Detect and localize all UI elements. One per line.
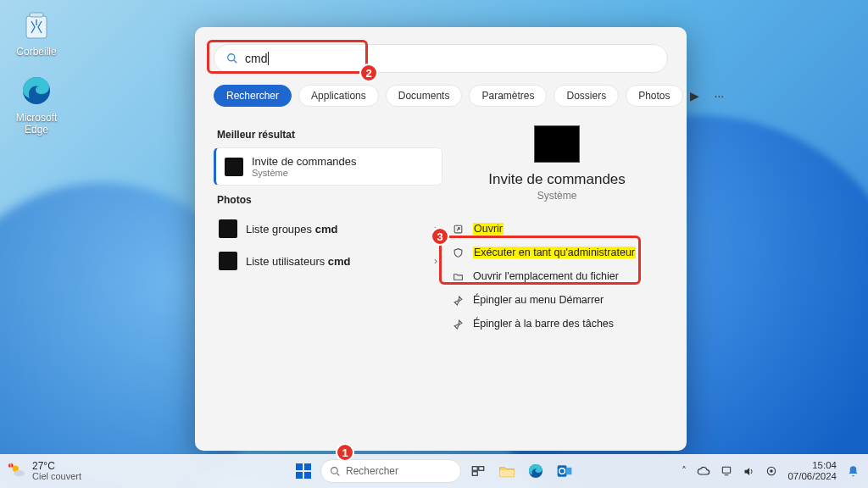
desktop-icon-label: Microsoft Edge (5, 112, 68, 136)
desktop-icon-label: Corbeille (5, 46, 68, 58)
taskbar: 1 27°C Ciel couvert Rechercher ˄ 15:04 0… (0, 454, 868, 488)
tab-applications[interactable]: Applications (298, 85, 379, 107)
tab-rechercher[interactable]: Rechercher (214, 85, 292, 107)
pin-icon (453, 295, 465, 306)
tab-documents[interactable]: Documents (386, 85, 463, 107)
svg-rect-17 (500, 470, 515, 477)
start-button[interactable] (292, 459, 315, 483)
svg-rect-14 (472, 467, 477, 471)
svg-rect-12 (304, 472, 311, 479)
photo-thumb-icon (219, 252, 237, 270)
tray-location-icon[interactable] (765, 465, 777, 477)
cmd-icon (225, 158, 243, 176)
search-icon (226, 53, 238, 64)
action-pin-start[interactable]: Épingler au menu Démarrer (446, 288, 668, 312)
tray-volume-icon[interactable] (743, 465, 755, 478)
photos-section-label: Photos (217, 194, 442, 206)
search-input[interactable]: cmd (214, 44, 668, 73)
result-preview: Invite de commandes Système (446, 125, 668, 202)
chevron-right-icon: › (434, 255, 437, 267)
taskbar-weather[interactable]: 1 27°C Ciel couvert (8, 461, 81, 481)
result-item[interactable]: Liste utilisateurs cmd › (214, 245, 442, 277)
best-result-subtitle: Système (252, 168, 357, 178)
taskbar-search[interactable]: Rechercher (320, 459, 461, 483)
more-icon[interactable]: ··· (715, 89, 725, 103)
action-open[interactable]: Ouvrir (446, 217, 668, 241)
svg-rect-10 (304, 463, 311, 470)
cmd-large-icon (534, 125, 580, 163)
folder-icon (453, 271, 465, 282)
svg-text:1: 1 (9, 463, 13, 469)
edge-button[interactable] (524, 459, 548, 483)
svg-rect-11 (296, 472, 303, 479)
desktop-icon-edge[interactable]: Microsoft Edge (5, 73, 68, 136)
edge-icon (19, 73, 54, 108)
svg-rect-1 (30, 13, 43, 17)
preview-actions: Ouvrir Exécuter en tant qu'administrateu… (446, 217, 668, 336)
taskbar-temp: 27°C (32, 461, 81, 472)
outlook-button[interactable] (553, 459, 576, 483)
open-icon (453, 224, 465, 235)
svg-point-6 (14, 470, 25, 476)
result-item[interactable]: Liste groupes cmd › (214, 213, 442, 245)
play-icon[interactable]: ▶ (690, 89, 699, 103)
best-result-title: Invite de commandes (252, 155, 357, 168)
best-result-item[interactable]: Invite de commandes Système (214, 147, 442, 186)
svg-rect-9 (296, 463, 303, 470)
tray-network-icon[interactable] (721, 465, 732, 477)
action-pin-taskbar[interactable]: Épingler à la barre des tâches (446, 312, 668, 336)
taskbar-clock[interactable]: 15:04 07/06/2024 (787, 460, 837, 481)
svg-point-3 (228, 54, 235, 61)
action-run-as-admin[interactable]: Exécuter en tant qu'administrateur (446, 241, 668, 264)
tray-cloud-icon[interactable] (697, 464, 710, 478)
search-icon (330, 466, 341, 477)
svg-rect-0 (26, 16, 47, 38)
tab-dossiers[interactable]: Dossiers (554, 85, 619, 107)
search-query-text: cmd (245, 52, 267, 65)
svg-point-24 (771, 470, 772, 472)
action-open-location[interactable]: Ouvrir l'emplacement du fichier (446, 264, 668, 288)
tab-parametres[interactable]: Paramètres (469, 85, 547, 107)
recycle-bin-icon (19, 7, 54, 42)
taskbar-weather-label: Ciel couvert (32, 472, 81, 482)
svg-rect-21 (566, 468, 572, 474)
svg-rect-22 (723, 467, 731, 473)
notifications-button[interactable] (847, 465, 860, 478)
pin-icon (453, 319, 465, 330)
search-filter-tabs: Rechercher Applications Documents Paramè… (214, 85, 668, 107)
taskbar-search-placeholder: Rechercher (346, 465, 398, 477)
svg-point-13 (331, 467, 338, 474)
chevron-right-icon: › (434, 223, 437, 235)
start-search-panel: cmd Rechercher Applications Documents Pa… (195, 27, 687, 451)
photo-thumb-icon (219, 219, 237, 238)
svg-rect-16 (472, 472, 477, 476)
shield-icon (453, 247, 465, 258)
tray-chevron-icon[interactable]: ˄ (682, 465, 687, 477)
task-view-button[interactable] (466, 459, 490, 483)
tab-photos[interactable]: Photos (626, 85, 682, 107)
explorer-button[interactable] (495, 459, 519, 483)
best-result-label: Meilleur résultat (217, 129, 442, 141)
desktop-icon-recycle-bin[interactable]: Corbeille (5, 7, 68, 58)
weather-icon: 1 (8, 462, 27, 480)
svg-rect-15 (479, 467, 484, 471)
preview-title: Invite de commandes (488, 171, 626, 188)
preview-subtitle: Système (537, 190, 577, 202)
